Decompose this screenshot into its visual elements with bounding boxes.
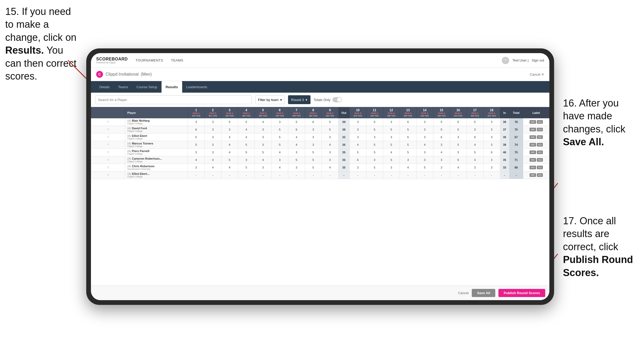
score-hole-15[interactable]: 6 <box>433 133 450 141</box>
score-hole-14[interactable]: 3 <box>416 118 433 126</box>
wd-button[interactable]: WD <box>530 173 536 177</box>
totals-toggle-switch[interactable] <box>332 97 342 102</box>
score-hole-1[interactable]: 3 <box>188 118 204 126</box>
score-hole-4[interactable]: 5 <box>238 141 255 149</box>
score-hole-18[interactable]: 3 <box>483 164 500 171</box>
score-hole-8[interactable]: - <box>305 171 321 179</box>
score-hole-7[interactable]: - <box>288 171 305 179</box>
score-hole-2[interactable]: 3 <box>204 133 221 141</box>
dq-button[interactable]: DQ <box>537 166 543 169</box>
score-hole-11[interactable]: 3 <box>366 156 383 164</box>
score-hole-14[interactable]: 3 <box>416 133 433 141</box>
score-hole-11[interactable]: 5 <box>366 126 383 133</box>
score-hole-18[interactable]: 3 <box>483 156 500 164</box>
score-hole-4[interactable]: 5 <box>238 118 255 126</box>
score-hole-2[interactable]: 4 <box>204 156 221 164</box>
score-hole-10[interactable]: - <box>349 171 366 179</box>
score-hole-11[interactable]: 5 <box>366 118 383 126</box>
score-hole-14[interactable]: 5 <box>416 164 433 171</box>
score-hole-8[interactable]: 6 <box>305 118 321 126</box>
score-hole-13[interactable]: 5 <box>400 149 416 156</box>
score-hole-17[interactable]: 5 <box>467 149 483 156</box>
score-hole-6[interactable]: 5 <box>271 126 288 133</box>
wd-button[interactable]: WD <box>530 135 536 139</box>
dq-button[interactable]: DQ <box>537 173 543 177</box>
score-hole-1[interactable]: - <box>188 171 204 179</box>
score-hole-17[interactable]: 3 <box>467 164 483 171</box>
score-hole-12[interactable]: - <box>383 171 400 179</box>
score-hole-6[interactable]: 3 <box>271 156 288 164</box>
score-hole-15[interactable]: 3 <box>433 141 450 149</box>
score-hole-14[interactable]: 3 <box>416 149 433 156</box>
score-hole-3[interactable]: 4 <box>221 133 238 141</box>
score-hole-8[interactable]: 3 <box>305 133 321 141</box>
score-hole-16[interactable]: 3 <box>450 133 467 141</box>
wd-button[interactable]: WD <box>530 150 536 154</box>
score-hole-16[interactable]: 5 <box>450 156 467 164</box>
tab-leaderboards[interactable]: Leaderboards <box>182 81 211 93</box>
score-hole-2[interactable]: - <box>204 171 221 179</box>
score-hole-12[interactable]: 3 <box>383 164 400 171</box>
score-hole-13[interactable]: 6 <box>400 118 416 126</box>
cancel-button[interactable]: Cancel <box>458 291 469 295</box>
score-hole-6[interactable]: 4 <box>271 164 288 171</box>
search-input[interactable] <box>95 95 252 104</box>
score-hole-14[interactable]: - <box>416 171 433 179</box>
score-hole-7[interactable]: 4 <box>288 133 305 141</box>
score-hole-10[interactable]: 3 <box>349 118 366 126</box>
score-hole-7[interactable]: 6 <box>288 126 305 133</box>
dq-button[interactable]: DQ <box>537 135 543 139</box>
score-hole-17[interactable]: 4 <box>467 156 483 164</box>
score-hole-18[interactable]: 3 <box>483 133 500 141</box>
score-hole-12[interactable]: 5 <box>383 126 400 133</box>
dq-button[interactable]: DQ <box>537 120 543 124</box>
score-hole-1[interactable]: 3 <box>188 149 204 156</box>
nav-link-tournaments[interactable]: TOURNAMENTS <box>136 58 163 62</box>
score-hole-6[interactable]: 5 <box>271 133 288 141</box>
score-hole-16[interactable]: 5 <box>450 126 467 133</box>
score-hole-9[interactable]: 5 <box>321 118 338 126</box>
score-hole-12[interactable]: 4 <box>383 149 400 156</box>
score-hole-13[interactable]: - <box>400 171 416 179</box>
tab-details[interactable]: Details <box>95 81 114 93</box>
score-hole-8[interactable]: 3 <box>305 126 321 133</box>
wd-button[interactable]: WD <box>530 120 536 124</box>
score-hole-10[interactable]: 3 <box>349 164 366 171</box>
score-hole-10[interactable]: 4 <box>349 141 366 149</box>
score-hole-18[interactable]: 3 <box>483 141 500 149</box>
score-hole-4[interactable]: 3 <box>238 156 255 164</box>
score-hole-3[interactable]: 5 <box>221 118 238 126</box>
score-hole-14[interactable]: 4 <box>416 141 433 149</box>
score-hole-2[interactable]: 3 <box>204 118 221 126</box>
score-hole-9[interactable]: 4 <box>321 141 338 149</box>
score-hole-15[interactable]: 3 <box>433 164 450 171</box>
score-hole-15[interactable]: 5 <box>433 118 450 126</box>
wd-button[interactable]: WD <box>530 143 536 147</box>
score-hole-7[interactable]: 4 <box>288 141 305 149</box>
score-hole-10[interactable]: 3 <box>349 133 366 141</box>
score-hole-1[interactable]: 5 <box>188 133 204 141</box>
round-dropdown[interactable]: Round 3 ▾ <box>288 95 310 104</box>
score-hole-5[interactable]: 3 <box>255 126 271 133</box>
score-hole-7[interactable]: 3 <box>288 149 305 156</box>
score-hole-3[interactable]: 4 <box>221 164 238 171</box>
tab-course-setup[interactable]: Course Setup <box>132 81 162 93</box>
score-hole-11[interactable]: 5 <box>366 141 383 149</box>
tab-teams[interactable]: Teams <box>114 81 132 93</box>
score-hole-17[interactable]: 5 <box>467 118 483 126</box>
score-hole-18[interactable]: 3 <box>483 118 500 126</box>
score-hole-6[interactable]: 4 <box>271 149 288 156</box>
score-hole-3[interactable]: 4 <box>221 149 238 156</box>
score-hole-6[interactable]: - <box>271 171 288 179</box>
score-hole-14[interactable]: 3 <box>416 126 433 133</box>
score-hole-5[interactable]: 4 <box>255 118 271 126</box>
score-hole-7[interactable]: 5 <box>288 118 305 126</box>
score-hole-13[interactable]: 5 <box>400 141 416 149</box>
score-hole-3[interactable]: 5 <box>221 156 238 164</box>
score-hole-5[interactable]: 3 <box>255 133 271 141</box>
score-hole-8[interactable]: 5 <box>305 149 321 156</box>
score-hole-18[interactable]: 3 <box>483 126 500 133</box>
score-hole-12[interactable]: 5 <box>383 156 400 164</box>
score-hole-3[interactable]: - <box>221 171 238 179</box>
wd-button[interactable]: WD <box>530 166 536 169</box>
